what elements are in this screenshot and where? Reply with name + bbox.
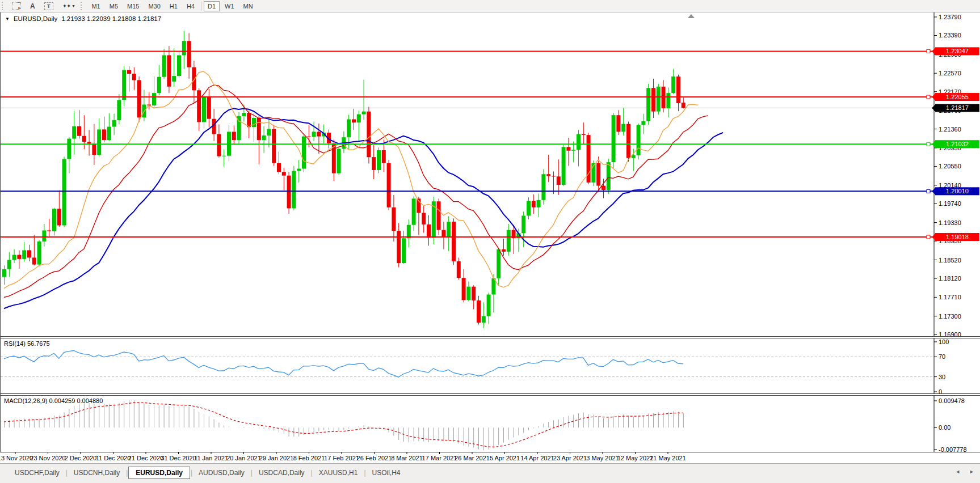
line-handle[interactable] — [927, 95, 930, 99]
toolbar-grip[interactable] — [2, 2, 5, 10]
chart-tab-usdcnh[interactable]: USDCNH,Daily — [68, 467, 125, 478]
label-tool-button[interactable]: T — [40, 1, 57, 11]
timeframe-button-w1[interactable]: W1 — [221, 1, 238, 11]
date-tick-label: 13 Nov 2020 — [0, 455, 33, 461]
arrows-tool-button[interactable]: ✦✦▾ — [58, 1, 79, 11]
toolbar-grip[interactable] — [81, 2, 84, 10]
candle-body — [112, 120, 116, 126]
chart-tab-audusd[interactable]: AUDUSD,Daily — [193, 467, 250, 478]
candle-body — [47, 230, 51, 231]
date-tick-label: 8 Feb 2021 — [293, 455, 325, 461]
candle-body — [272, 129, 276, 163]
chart-tab-usdchf[interactable]: USDCHF,Daily — [9, 467, 65, 478]
candle-body — [292, 171, 296, 209]
date-tick-label: 23 Apr 2021 — [553, 455, 587, 461]
timeframe-button-d1[interactable]: D1 — [204, 1, 220, 11]
main-chart-pane[interactable]: 1.237901.233901.229801.225701.221701.217… — [1, 12, 980, 336]
text-icon: A — [30, 2, 35, 10]
candle-body — [102, 129, 106, 140]
tab-scroll-left-icon[interactable]: ◄ — [955, 469, 960, 474]
candle-body — [87, 142, 91, 143]
date-tick-label: 31 Dec 2020 — [161, 455, 196, 461]
candle-body — [641, 121, 645, 125]
text-tool-button[interactable]: A — [26, 1, 39, 11]
candle-body — [412, 198, 416, 224]
candle-body — [242, 113, 246, 116]
line-handle[interactable] — [927, 142, 930, 146]
timeframe-button-m30[interactable]: M30 — [144, 1, 164, 11]
date-tick-label: 20 Jan 2021 — [226, 455, 261, 461]
candle-body — [521, 215, 525, 233]
candle-body — [132, 74, 136, 80]
candle-body — [596, 163, 600, 186]
candle-body — [182, 41, 186, 55]
timeframe-button-m15[interactable]: M15 — [123, 1, 143, 11]
candle-body — [452, 222, 456, 261]
price-axis[interactable] — [935, 12, 980, 452]
date-tick-label: 14 Apr 2021 — [520, 455, 554, 461]
candle-body — [207, 97, 211, 119]
candle-body — [12, 255, 16, 260]
candle-body — [546, 174, 550, 176]
candle-body — [577, 134, 581, 150]
candle-body — [27, 250, 31, 257]
candle-body — [57, 209, 61, 225]
candle-body — [22, 250, 26, 259]
timeframe-button-mn[interactable]: MN — [239, 1, 257, 11]
timeframe-button-m1[interactable]: M1 — [87, 1, 104, 11]
candle-body — [637, 125, 641, 155]
candle-body — [607, 162, 611, 190]
candle-body — [621, 124, 625, 132]
chart-tab-eurusd[interactable]: EURUSD,Daily — [128, 467, 190, 479]
candle-body — [427, 224, 431, 238]
date-tick-label: 21 May 2021 — [650, 455, 686, 461]
macd-indicator-pane[interactable]: 0.0094780.00-0.007778 — [1, 396, 980, 452]
candle-body — [77, 126, 81, 136]
date-tick-label: 11 Jan 2021 — [194, 455, 228, 461]
candle-body — [257, 118, 261, 140]
candle-body — [482, 316, 486, 323]
candle-body — [277, 163, 281, 172]
tab-scroll-right-icon[interactable]: ► — [969, 469, 974, 474]
fibonacci-icon: F — [12, 2, 21, 10]
timeframe-button-h1[interactable]: H1 — [166, 1, 182, 11]
candle-body — [197, 90, 201, 122]
line-handle[interactable] — [927, 189, 930, 193]
candle-body — [447, 222, 451, 236]
time-axis[interactable]: 13 Nov 202023 Nov 20202 Dec 202011 Dec 2… — [0, 452, 980, 463]
date-tick-label: 5 Apr 2021 — [490, 455, 520, 461]
date-tick-label: 21 Dec 2020 — [128, 455, 163, 461]
chart-tab-xauusd[interactable]: XAUUSD,H1 — [313, 467, 364, 478]
chart-tab-usoil[interactable]: USOil,H4 — [367, 467, 406, 478]
macd-histogram-layer — [5, 400, 684, 450]
candle-body — [616, 115, 620, 132]
line-handle[interactable] — [927, 49, 930, 53]
candle-body — [422, 213, 426, 224]
candle-body — [457, 261, 461, 278]
date-tick-label: 29 Jan 2021 — [259, 455, 294, 461]
candle-body — [352, 119, 356, 122]
candle-body — [566, 147, 570, 151]
candle-body — [187, 41, 191, 67]
rsi-indicator-pane[interactable]: 10070300 — [1, 338, 980, 393]
chart-tab-usdcad[interactable]: USDCAD,Daily — [253, 467, 310, 478]
candle-body — [62, 159, 66, 225]
label-icon: T — [44, 2, 53, 10]
candle-body — [626, 124, 630, 158]
candle-body — [657, 87, 661, 112]
candle-body — [72, 126, 76, 139]
arrows-icon: ✦✦ — [62, 3, 71, 9]
candle-body — [337, 149, 341, 173]
candle-body — [97, 129, 101, 155]
candle-body — [262, 135, 266, 140]
toolbar-separator — [201, 2, 201, 11]
fibonacci-tool-button[interactable]: F — [9, 1, 25, 11]
chart-area: 1.237901.233901.229801.225701.221701.217… — [0, 12, 980, 463]
timeframe-button-m5[interactable]: M5 — [106, 1, 122, 11]
candle-body — [377, 150, 381, 170]
candle-body — [407, 225, 411, 239]
line-handle[interactable] — [927, 235, 930, 239]
chart-shift-marker-icon — [688, 14, 695, 18]
timeframe-button-h4[interactable]: H4 — [183, 1, 199, 11]
candle-body — [217, 134, 221, 156]
